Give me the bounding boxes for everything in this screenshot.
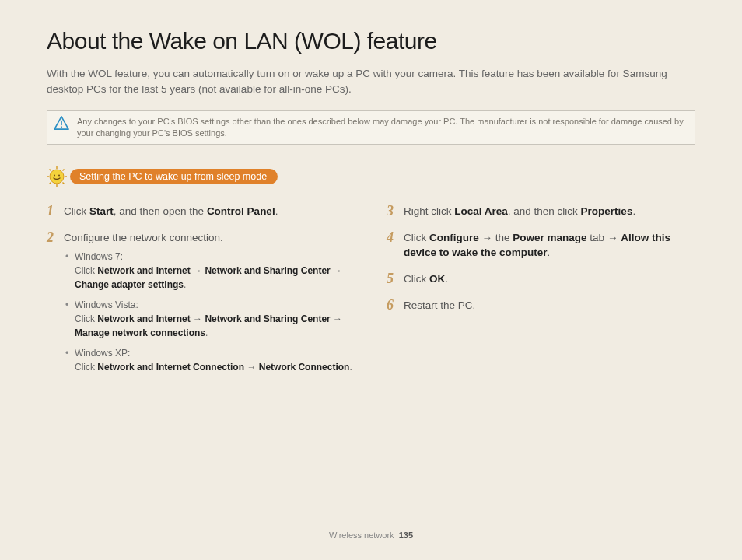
svg-line-10 [50, 182, 51, 184]
footer-page-number: 135 [399, 530, 413, 540]
warning-icon [54, 116, 69, 130]
step-number: 5 [387, 271, 404, 287]
page-footer: Wireless network 135 [0, 530, 742, 540]
step-number: 6 [387, 298, 404, 313]
step-number: 1 [47, 204, 64, 219]
svg-line-8 [63, 182, 65, 184]
step-text: Restart the PC. [404, 298, 475, 313]
steps-right-column: 3 Right click Local Area, and then click… [387, 204, 695, 391]
step-text: Click OK. [404, 271, 448, 287]
substep-vista: Windows Vista: Click Network and Interne… [64, 298, 355, 340]
section-badge: Setting the PC to wake up from sleep mod… [70, 169, 278, 185]
svg-point-11 [54, 174, 55, 176]
svg-point-1 [61, 126, 62, 128]
sun-icon [47, 166, 67, 187]
warning-text: Any changes to your PC's BIOS settings o… [77, 116, 687, 139]
svg-point-12 [58, 174, 60, 176]
step-text: Configure the network connection. Window… [64, 230, 355, 381]
step-number: 4 [387, 230, 404, 246]
svg-line-7 [50, 169, 51, 170]
svg-point-2 [50, 170, 64, 184]
step-number: 2 [47, 230, 64, 246]
substep-xp: Windows XP: Click Network and Internet C… [64, 346, 355, 374]
step-text: Click Start, and then open the Control P… [64, 204, 278, 219]
step-text: Right click Local Area, and then click P… [404, 204, 635, 219]
svg-line-9 [63, 169, 65, 170]
page-title: About the Wake on LAN (WOL) feature [47, 28, 695, 58]
intro-text: With the WOL feature, you can automatica… [47, 66, 695, 96]
step-6: 6 Restart the PC. [387, 298, 695, 313]
step-number: 3 [387, 204, 404, 219]
steps-left-column: 1 Click Start, and then open the Control… [47, 204, 355, 391]
substep-win7: Windows 7: Click Network and Internet → … [64, 250, 355, 292]
step-4: 4 Click Configure → the Power manage tab… [387, 230, 695, 261]
warning-callout: Any changes to your PC's BIOS settings o… [47, 110, 695, 145]
step-5: 5 Click OK. [387, 271, 695, 287]
step-3: 3 Right click Local Area, and then click… [387, 204, 695, 219]
footer-section: Wireless network [329, 530, 394, 540]
step-1: 1 Click Start, and then open the Control… [47, 204, 355, 219]
step-2: 2 Configure the network connection. Wind… [47, 230, 355, 381]
step-text: Click Configure → the Power manage tab →… [404, 230, 695, 261]
section-badge-row: Setting the PC to wake up from sleep mod… [47, 166, 695, 187]
